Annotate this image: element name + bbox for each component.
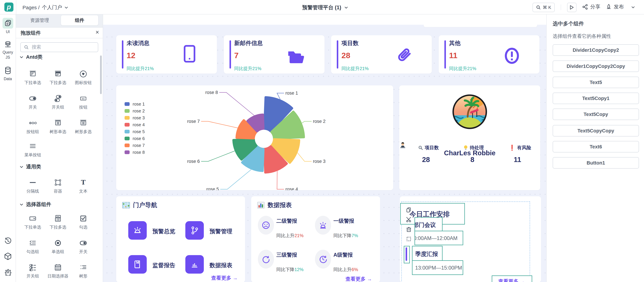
selected-widget-button[interactable]: Text5 — [553, 77, 639, 88]
widget-switch-group-sel[interactable]: 开关组 — [20, 263, 45, 278]
text-icon: T — [79, 178, 87, 187]
widget-switch-group[interactable]: 开关组 — [45, 94, 70, 110]
breadcrumb-page[interactable]: 个人门户 — [42, 4, 62, 11]
rail-item-data[interactable]: Data — [0, 77, 16, 81]
history-icon[interactable] — [4, 237, 12, 245]
close-icon[interactable]: × — [96, 29, 99, 36]
exclamation-icon: ❗ — [509, 145, 516, 151]
nav-tile-alert-overview[interactable] — [128, 221, 147, 240]
widget-dropdown-single[interactable]: 下拉单选 — [20, 70, 45, 85]
widget-switch[interactable]: 开关 — [20, 94, 45, 110]
widget-radio-group[interactable]: 单选组 — [45, 239, 70, 254]
nav-label[interactable]: 预警总览 — [152, 227, 175, 235]
selected-widget-button[interactable]: Text6 — [553, 141, 639, 152]
view-more-link[interactable]: 查看更多 → — [211, 274, 238, 281]
widget-divider[interactable]: 分隔线 — [20, 178, 45, 194]
section-common[interactable]: 通用类 — [20, 163, 41, 170]
data-icon[interactable] — [4, 67, 12, 74]
widget-switch-sel[interactable]: 开关 — [71, 239, 96, 254]
breadcrumb[interactable]: Pages / 个人门户 — [22, 4, 68, 11]
portal-nav-card[interactable]: 门户导航 预警总览 预警管理 监督报告 数据报表 查看更多 → — [116, 196, 245, 282]
app-title[interactable]: 预警管理平台 (1) — [302, 4, 348, 11]
rose-chart-card[interactable]: rose 1 rose 2 rose 3 rose 4 rose 5 rose … — [116, 85, 393, 190]
nav-label[interactable]: 数据报表 — [210, 261, 232, 269]
widget-checkbox-group[interactable]: 勾选组 — [20, 239, 45, 254]
nav-tile-report[interactable] — [128, 255, 147, 273]
query-js-icon[interactable] — [4, 41, 12, 48]
widget-selected-event-name[interactable]: 季度汇报 — [412, 246, 442, 262]
publish-button[interactable]: 发布 — [606, 3, 624, 10]
nightingale-rose-chart[interactable]: rose 1rose 2rose 3rose 4rose 5rose 6rose… — [116, 85, 393, 190]
refresh-icon — [261, 254, 271, 264]
section-antd[interactable]: Antd类 — [20, 54, 42, 61]
search-input[interactable] — [32, 43, 96, 51]
selected-widget-button[interactable]: Text5Copy1 — [553, 93, 639, 104]
widget-selected-viewmore[interactable]: 查看更多 → — [492, 275, 532, 282]
pct-value: 6% — [352, 267, 358, 272]
stat-card-projects[interactable]: 项目数 28 同比提升21% — [331, 35, 432, 74]
magnifier-icon — [418, 145, 423, 150]
selected-widget-button[interactable]: Button1 — [553, 157, 639, 169]
widget-button-group[interactable]: 按钮组 — [20, 119, 45, 134]
svg-text:rose 2: rose 2 — [313, 119, 326, 124]
editor-canvas[interactable]: 未读消息 12 同比提升21% 新邮件信息 7 同比提升21% 项目数 28 同… — [103, 14, 546, 282]
copy-icon[interactable] — [406, 206, 412, 213]
schedule-card[interactable]: 今日工作安排 部门会议 10:00AM—12:00AM 季度汇报 13:00PM… — [400, 196, 541, 282]
profile-card[interactable]: CharLes Robbie 项目数 待处理 ❗ 有风险 28 8 11 — [399, 85, 540, 190]
widget-selected-event-time[interactable]: 13:00PM—15:00PM — [412, 260, 463, 275]
svg-text:rose 6: rose 6 — [187, 159, 200, 164]
rail-item-queryjs[interactable]: QueryJS — [0, 50, 16, 60]
search-button[interactable]: ⌘ K — [532, 3, 555, 12]
selected-widget-button[interactable]: Text5CopyCopy — [553, 125, 639, 136]
view-more-link[interactable]: 查看更多 → — [346, 275, 372, 282]
widget-button[interactable]: Btn 按钮 — [71, 94, 96, 110]
widget-tree-single[interactable]: 树形单选 — [45, 119, 70, 134]
widget-tree-select[interactable]: 树形 — [71, 263, 96, 278]
data-report-card[interactable]: 数据报表 二级警报 同比上升21% 一级警报 同比下降7% 三级警报 同比下降1… — [251, 196, 380, 282]
accent-bar — [230, 40, 231, 69]
widget-container[interactable]: 容器 — [45, 178, 70, 194]
select-region-icon[interactable] — [406, 236, 412, 242]
rail-item-ui[interactable]: UI — [0, 30, 16, 34]
share-button[interactable]: 分享 — [582, 3, 600, 10]
stat-card-mail[interactable]: 新邮件信息 7 同比提升21% — [224, 35, 324, 74]
nav-label[interactable]: 监督报告 — [152, 261, 175, 269]
tab-resources[interactable]: 资源管理 — [21, 15, 58, 25]
widget-select-single[interactable]: 下拉单选 — [20, 214, 45, 229]
widget-checkbox[interactable]: 勾选 — [71, 214, 96, 229]
package-icon[interactable] — [4, 252, 12, 260]
section-selectors[interactable]: 选择器组件 — [20, 201, 51, 208]
delete-icon[interactable] — [406, 226, 412, 233]
panel-scrollbar[interactable] — [100, 56, 102, 94]
checkbox-group-icon — [29, 239, 37, 247]
widget-multiselect[interactable]: 下拉多选 — [45, 214, 70, 229]
run-button[interactable] — [567, 3, 576, 12]
clock-refresh-icon — [318, 254, 328, 264]
selected-widget-button[interactable]: Divider1CopyCopy2 — [553, 44, 639, 56]
selected-widget-button[interactable]: Divider1CopyCopy2Copy — [553, 61, 639, 72]
gear-icon[interactable] — [4, 268, 12, 275]
nav-label[interactable]: 预警管理 — [210, 227, 232, 235]
nav-tile-data[interactable] — [185, 255, 204, 273]
cut-icon[interactable] — [406, 216, 412, 223]
widget-tree-multi[interactable]: 树形多选 — [71, 119, 96, 134]
widget-datepicker[interactable]: 日期选择器 — [45, 263, 70, 278]
selected-widget-button[interactable]: Text5Copy — [553, 109, 639, 120]
widget-icon-button[interactable]: 图标按钮 — [71, 70, 96, 85]
widget-selected-event-time[interactable]: 10:00AM—12:00AM — [414, 231, 463, 245]
pages-icon[interactable] — [4, 20, 12, 27]
widget-menu-button[interactable]: 菜单按钮 — [20, 142, 45, 157]
app-logo[interactable]: p — [4, 3, 14, 12]
publish-menu-chevron-icon[interactable] — [631, 6, 635, 9]
widget-selected-event-name[interactable]: 部门会议 — [414, 217, 442, 232]
stat-card-unread[interactable]: 未读消息 12 同比提升21% — [116, 35, 217, 74]
tab-widgets[interactable]: 组件 — [61, 15, 98, 25]
widget-search[interactable] — [20, 42, 98, 52]
widget-selected-divider[interactable] — [404, 246, 410, 263]
accent-bar — [122, 40, 124, 69]
widget-text[interactable]: T 文本 — [71, 178, 96, 194]
search-icon — [536, 5, 541, 10]
widget-dropdown-multi[interactable]: 下拉多选 — [45, 70, 70, 85]
stat-card-other[interactable]: 其他 11 同比提升21% — [439, 35, 540, 74]
nav-tile-alert-manage[interactable] — [185, 221, 204, 240]
